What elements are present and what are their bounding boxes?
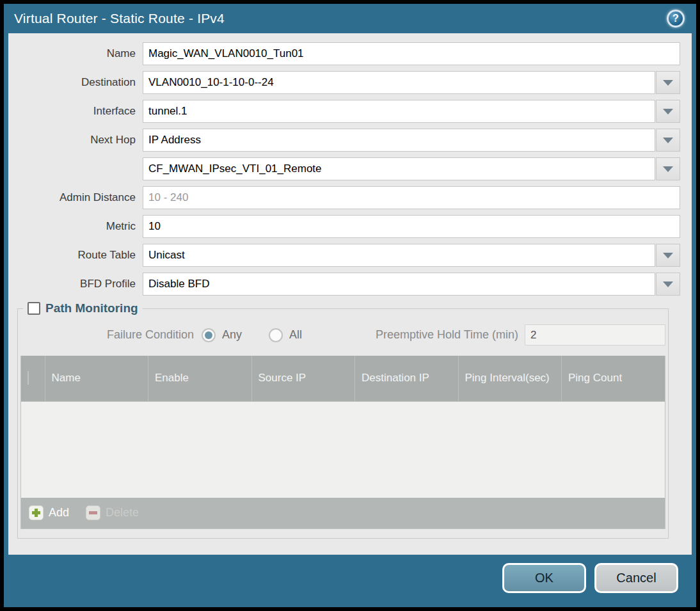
column-header-2[interactable]: Source IP [251, 356, 355, 401]
failure-condition-all-label: All [289, 328, 302, 342]
form-row-route-table: Route Table [8, 244, 680, 267]
plus-icon [29, 505, 44, 520]
column-header-5[interactable]: Ping Count [562, 356, 665, 401]
path-monitoring-legend: Path Monitoring [23, 301, 143, 315]
name-label: Name [8, 47, 143, 60]
screen: Virtual Router - Static Route - IPv4 ? N… [0, 0, 700, 611]
form-row-destination: Destination [8, 71, 680, 94]
form-row-metric: Metric [8, 215, 680, 238]
select-all-checkbox[interactable] [28, 371, 29, 385]
next-hop-label: Next Hop [8, 134, 143, 147]
next-hop-type-dropdown-button[interactable] [656, 129, 680, 152]
path-table-toolbar: Add Delete [21, 498, 665, 528]
interface-dropdown-button[interactable] [656, 100, 680, 123]
destination-input[interactable] [143, 71, 655, 94]
bfd-profile-dropdown-button[interactable] [656, 273, 680, 296]
path-monitoring-table: NameEnableSource IPDestination IPPing In… [20, 356, 665, 529]
interface-input[interactable] [143, 100, 655, 123]
chevron-down-icon [663, 166, 673, 172]
failure-condition-any-label: Any [222, 328, 242, 342]
help-icon[interactable]: ? [667, 10, 685, 28]
next-hop-address-input[interactable] [143, 157, 655, 180]
cancel-button[interactable]: Cancel [594, 563, 678, 593]
dialog-body: Name Destination Interface [8, 33, 692, 555]
failure-condition-all-radio[interactable] [269, 328, 283, 342]
column-header-4[interactable]: Ping Interval(sec) [458, 356, 562, 401]
column-header-0[interactable]: Name [45, 356, 148, 401]
failure-condition-label: Failure Condition [20, 328, 202, 342]
path-monitoring-group: Path Monitoring Failure Condition Any Al… [17, 301, 669, 539]
form-row-name: Name [8, 42, 680, 65]
path-monitoring-title: Path Monitoring [45, 301, 138, 315]
dialog-titlebar: Virtual Router - Static Route - IPv4 ? [4, 4, 696, 33]
admin-distance-input[interactable] [143, 186, 680, 209]
dialog-footer: OK Cancel [4, 555, 696, 607]
name-input[interactable] [143, 42, 680, 65]
bfd-profile-input[interactable] [143, 273, 655, 296]
admin-distance-label: Admin Distance [8, 191, 143, 204]
route-table-dropdown-button[interactable] [656, 244, 680, 267]
chevron-down-icon [663, 109, 673, 115]
form-row-interface: Interface [8, 100, 680, 123]
delete-button-label: Delete [106, 506, 139, 520]
failure-condition-any-radio[interactable] [202, 328, 216, 342]
minus-icon [86, 505, 100, 520]
column-header-3[interactable]: Destination IP [355, 356, 459, 401]
column-header-1[interactable]: Enable [148, 356, 252, 401]
interface-label: Interface [8, 105, 143, 118]
path-table-header-row: NameEnableSource IPDestination IPPing In… [21, 356, 665, 401]
form-row-bfd-profile: BFD Profile [8, 273, 680, 296]
form-row-next-hop-address [8, 157, 680, 180]
chevron-down-icon [663, 282, 673, 287]
next-hop-type-input[interactable] [143, 129, 655, 152]
chevron-down-icon [663, 80, 673, 86]
route-table-label: Route Table [8, 249, 143, 262]
failure-condition-row: Failure Condition Any All Preemptive Hol… [20, 324, 665, 345]
metric-label: Metric [8, 220, 143, 233]
chevron-down-icon [663, 138, 673, 143]
metric-input[interactable] [143, 215, 680, 238]
path-monitoring-checkbox[interactable] [28, 302, 40, 315]
preemptive-hold-time-label: Preemptive Hold Time (min) [302, 328, 525, 342]
dialog-title: Virtual Router - Static Route - IPv4 [14, 11, 225, 26]
select-all-header-cell [21, 356, 45, 401]
ok-button[interactable]: OK [502, 563, 586, 593]
path-table-body-empty [21, 402, 665, 498]
chevron-down-icon [663, 253, 673, 258]
next-hop-address-dropdown-button[interactable] [656, 157, 680, 180]
add-button[interactable]: Add [29, 505, 69, 520]
path-table-grid: NameEnableSource IPDestination IPPing In… [21, 356, 665, 402]
form-row-next-hop: Next Hop [8, 129, 680, 152]
form-row-admin-distance: Admin Distance [8, 186, 680, 209]
destination-dropdown-button[interactable] [656, 71, 680, 94]
destination-label: Destination [8, 76, 143, 89]
delete-button[interactable]: Delete [86, 505, 139, 520]
route-table-input[interactable] [143, 244, 655, 267]
preemptive-hold-time-input[interactable] [525, 324, 665, 345]
add-button-label: Add [49, 506, 69, 520]
static-route-dialog: Virtual Router - Static Route - IPv4 ? N… [4, 4, 696, 607]
bfd-profile-label: BFD Profile [8, 278, 143, 290]
